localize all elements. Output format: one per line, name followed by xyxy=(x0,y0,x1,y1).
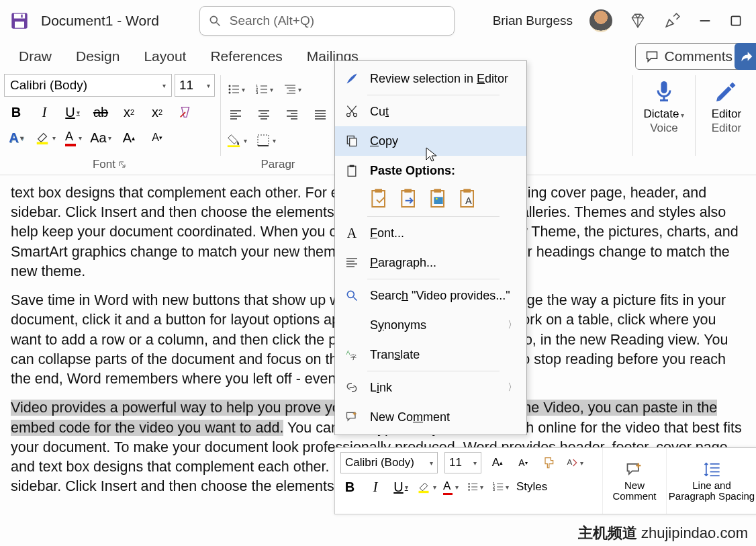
bold-button[interactable]: B xyxy=(7,103,26,122)
new-comment-icon xyxy=(625,460,644,479)
italic-button[interactable]: I xyxy=(35,103,54,122)
mini-bold[interactable]: B xyxy=(340,477,359,496)
paste-picture-icon[interactable] xyxy=(428,188,449,210)
strikethrough-button[interactable]: ab xyxy=(91,103,110,122)
superscript-button[interactable]: x2 xyxy=(148,103,167,122)
tab-references[interactable]: References xyxy=(210,48,282,64)
mini-styles-dropdown[interactable]: A xyxy=(565,453,583,472)
font-size-value: 11 xyxy=(179,78,193,93)
svg-text:字: 字 xyxy=(350,354,357,361)
svg-rect-42 xyxy=(228,145,240,147)
svg-rect-7 xyxy=(731,16,740,25)
ctx-review[interactable]: Review selection in Editor xyxy=(335,64,526,93)
ctx-cut[interactable]: Cut xyxy=(335,97,526,126)
editor-button[interactable]: Editor xyxy=(701,74,752,121)
mini-underline[interactable]: U xyxy=(391,477,410,496)
mini-new-comment-label: New Comment xyxy=(604,480,665,502)
tab-layout[interactable]: Layout xyxy=(144,48,186,64)
shading-button[interactable] xyxy=(226,133,247,148)
font-color-button[interactable]: A xyxy=(65,130,82,146)
mini-line-spacing[interactable]: Line and Paragraph Spacing xyxy=(666,448,756,514)
mini-new-comment[interactable]: New Comment xyxy=(602,448,666,514)
ctx-review-label: Review selection in Editor xyxy=(370,72,508,86)
svg-rect-2 xyxy=(15,21,24,28)
dialog-launcher-icon[interactable] xyxy=(118,161,126,169)
mini-grow-font[interactable]: A▴ xyxy=(488,453,507,472)
borders-button[interactable] xyxy=(256,134,276,147)
ctx-font[interactable]: A Font... xyxy=(335,218,526,248)
numbering-button[interactable]: 123 xyxy=(254,80,273,99)
watermark: 主机频道zhujipindao.com xyxy=(578,523,748,543)
svg-rect-45 xyxy=(661,81,667,93)
chevron-right-icon: 〉 xyxy=(508,319,517,331)
new-comment-icon xyxy=(344,410,359,424)
mini-italic[interactable]: I xyxy=(366,477,385,496)
svg-rect-65 xyxy=(463,189,471,192)
ctx-paste-label: Paste Options: xyxy=(370,164,455,178)
mini-font-value: Calibri (Body) xyxy=(345,456,414,469)
dictate-button[interactable]: Dictate xyxy=(639,74,690,121)
save-icon[interactable] xyxy=(10,11,29,30)
underline-button[interactable]: U xyxy=(63,103,82,122)
svg-rect-78 xyxy=(419,491,429,493)
mini-shrink-font[interactable]: A▾ xyxy=(514,453,532,472)
avatar[interactable] xyxy=(589,9,612,32)
pen-icon[interactable] xyxy=(663,12,681,30)
multilevel-button[interactable] xyxy=(283,80,301,99)
svg-point-10 xyxy=(228,85,230,87)
search-icon xyxy=(208,14,222,28)
align-left-button[interactable] xyxy=(226,105,245,124)
minimize-icon[interactable] xyxy=(698,13,712,28)
mini-numbering[interactable]: 123 xyxy=(491,477,510,496)
svg-point-14 xyxy=(228,92,230,94)
align-right-button[interactable] xyxy=(283,105,301,124)
change-case-button[interactable]: Aa xyxy=(91,128,110,147)
search-input[interactable]: Search (Alt+Q) xyxy=(199,6,455,36)
bullets-button[interactable] xyxy=(226,80,245,99)
highlight-button[interactable] xyxy=(35,130,56,145)
ctx-paragraph[interactable]: Paragraph... xyxy=(335,248,526,277)
quill-icon xyxy=(344,71,359,86)
text-effect-button[interactable]: A xyxy=(7,128,26,147)
paste-text-only-icon[interactable]: A xyxy=(457,188,479,210)
mini-font-select[interactable]: Calibri (Body)▾ xyxy=(340,452,438,473)
paste-keep-source-icon[interactable] xyxy=(369,188,390,210)
align-center-button[interactable] xyxy=(254,105,273,124)
mini-styles-label[interactable]: Styles xyxy=(516,480,547,494)
font-size-select[interactable]: 11▾ xyxy=(175,74,215,97)
subscript-button[interactable]: x2 xyxy=(120,103,138,122)
ctx-new-comment[interactable]: New Comment xyxy=(335,402,526,432)
font-name-value: Calibri (Body) xyxy=(10,78,87,93)
microphone-icon xyxy=(652,79,676,103)
justify-button[interactable] xyxy=(311,105,330,124)
font-name-select[interactable]: Calibri (Body)▾ xyxy=(4,74,172,97)
paste-merge-icon[interactable] xyxy=(398,188,420,210)
mini-highlight[interactable] xyxy=(417,480,436,494)
diamond-icon[interactable] xyxy=(629,12,647,30)
copy-icon xyxy=(344,134,359,148)
share-button[interactable] xyxy=(735,43,756,70)
mini-format-painter[interactable] xyxy=(539,453,558,472)
tab-design[interactable]: Design xyxy=(76,48,120,64)
ctx-link[interactable]: Link 〉 xyxy=(335,373,526,402)
ctx-synonyms[interactable]: Synonyms 〉 xyxy=(335,310,526,340)
clipboard-icon xyxy=(344,163,359,178)
mini-size-select[interactable]: 11▾ xyxy=(444,452,481,473)
mini-font-color[interactable]: A xyxy=(443,480,459,495)
share-icon xyxy=(740,50,753,63)
font-group-label: Font xyxy=(93,158,115,171)
mouse-cursor-icon xyxy=(424,146,440,163)
grow-font-button[interactable]: A▴ xyxy=(120,128,138,147)
ctx-translate[interactable]: A字 Translate xyxy=(335,340,526,369)
clear-format-button[interactable] xyxy=(176,103,195,122)
svg-rect-62 xyxy=(434,197,442,204)
svg-rect-61 xyxy=(434,189,441,192)
ctx-search[interactable]: Search "Video provides..." xyxy=(335,281,526,310)
shrink-font-button[interactable]: A▾ xyxy=(148,128,167,147)
tab-draw[interactable]: Draw xyxy=(19,48,52,64)
svg-text:A: A xyxy=(567,457,572,466)
mini-bullets[interactable] xyxy=(465,477,484,496)
comments-button[interactable]: Comments xyxy=(635,43,743,70)
svg-text:3: 3 xyxy=(492,488,494,492)
maximize-icon[interactable] xyxy=(729,14,743,28)
